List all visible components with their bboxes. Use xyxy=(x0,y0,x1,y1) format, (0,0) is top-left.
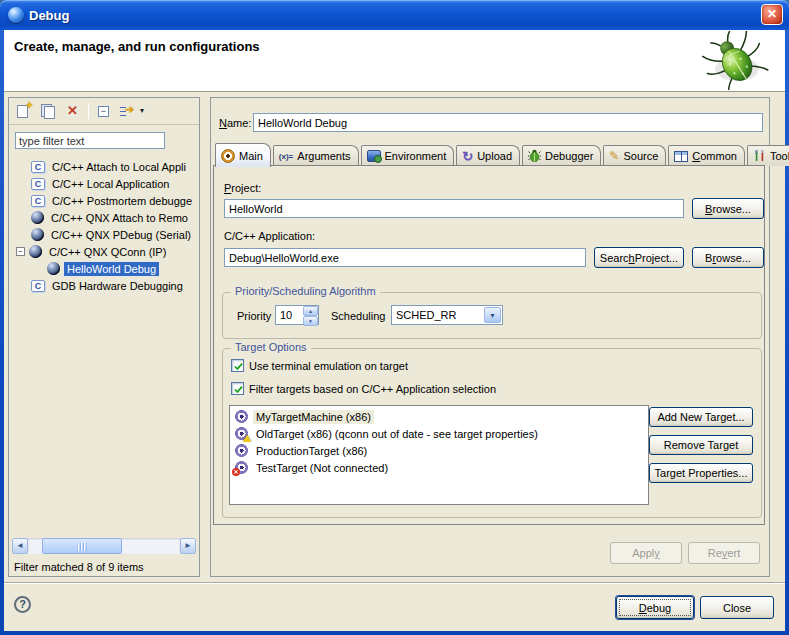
collapse-toggle-icon[interactable]: − xyxy=(16,247,25,256)
tools-tab-icon xyxy=(753,149,766,164)
project-input[interactable] xyxy=(224,199,684,218)
target-properties-button[interactable]: Target Properties... xyxy=(649,463,753,483)
spin-up-icon[interactable]: ▲ xyxy=(303,306,318,316)
tree-item-qnx-pdebug[interactable]: C/C++ QNX PDebug (Serial) xyxy=(11,226,197,243)
filter-targets-option[interactable]: Filter targets based on C/C++ Applicatio… xyxy=(231,382,496,395)
apply-button[interactable]: Apply xyxy=(610,542,682,564)
tree-item-label: C/C++ Attach to Local Appli xyxy=(49,160,189,174)
scrollbar-track[interactable] xyxy=(28,538,180,554)
remove-target-button[interactable]: Remove Target xyxy=(649,435,753,455)
tree-item-label: C/C++ QNX Attach to Remo xyxy=(48,211,191,225)
checkbox-checked-icon[interactable] xyxy=(231,359,244,372)
tree-item-label: C/C++ QNX PDebug (Serial) xyxy=(48,228,194,242)
tab-main[interactable]: Main xyxy=(215,143,271,167)
c-application-icon: C xyxy=(31,161,45,173)
main-tab-content: Project: Browse... C/C++ Application: Se… xyxy=(213,165,765,525)
tab-label: Debugger xyxy=(545,150,593,162)
upload-tab-icon: ↻ xyxy=(462,150,473,163)
tab-upload[interactable]: ↻ Upload xyxy=(456,145,520,166)
scroll-left-button[interactable]: ◄ xyxy=(12,538,28,554)
target-label: ProductionTarget (x86) xyxy=(253,444,370,458)
combo-dropdown-icon[interactable]: ▼ xyxy=(484,307,501,323)
revert-button[interactable]: Revert xyxy=(688,542,760,564)
tree-item-helloworld-debug[interactable]: HelloWorld Debug xyxy=(11,260,197,277)
target-icon xyxy=(235,444,248,457)
tab-common[interactable]: Common xyxy=(668,145,745,166)
debug-dialog-window: Debug ✕ Create, manage, and run configur… xyxy=(0,0,789,635)
tree-item-label: C/C++ QNX QConn (IP) xyxy=(46,245,169,259)
window-icon xyxy=(8,7,24,23)
arguments-tab-icon: (x)= xyxy=(279,152,293,161)
close-button[interactable]: Close xyxy=(700,596,774,619)
tab-source[interactable]: ✎ Source xyxy=(603,145,666,166)
banner-title: Create, manage, and run configurations xyxy=(14,39,260,54)
target-item-productiontarget[interactable]: ProductionTarget (x86) xyxy=(230,442,648,459)
title-bar[interactable]: Debug ✕ xyxy=(0,0,789,30)
tab-arguments[interactable]: (x)= Arguments xyxy=(273,145,359,166)
priority-scheduling-group: Priority/Scheduling Algorithm Priority 1… xyxy=(222,292,762,339)
scheduling-label: Scheduling xyxy=(331,310,385,322)
c-application-icon: C xyxy=(31,195,45,207)
duplicate-configuration-icon[interactable] xyxy=(40,103,57,119)
tab-label: Upload xyxy=(477,150,512,162)
browse-application-button[interactable]: Browse... xyxy=(692,247,764,268)
filter-menu-icon[interactable]: ➔ ▾ xyxy=(120,103,144,119)
configuration-detail-panel: Name: Main (x)= Arguments Environment ↻ xyxy=(210,97,770,577)
new-configuration-icon[interactable]: ✦ xyxy=(16,103,33,119)
debug-button[interactable]: Debug xyxy=(616,596,694,619)
target-label: TestTarget (Not connected) xyxy=(253,461,391,475)
help-button[interactable]: ? xyxy=(14,596,31,613)
target-item-testtarget[interactable]: ✕ TestTarget (Not connected) xyxy=(230,459,648,476)
name-input[interactable] xyxy=(253,113,763,132)
c-application-icon: C xyxy=(31,178,45,190)
filter-status-text: Filter matched 8 of 9 items xyxy=(14,561,144,573)
priority-spinner[interactable]: 10 ▲ ▼ xyxy=(275,305,319,325)
tree-item-attach-local[interactable]: C C/C++ Attach to Local Appli xyxy=(11,158,197,175)
tab-label: Main xyxy=(239,150,263,162)
common-tab-icon xyxy=(674,151,688,162)
application-input[interactable] xyxy=(224,248,586,267)
horizontal-scrollbar[interactable]: ◄ ► xyxy=(12,538,196,554)
spin-down-icon[interactable]: ▼ xyxy=(303,316,318,326)
footer-separator xyxy=(4,582,785,584)
scroll-right-button[interactable]: ► xyxy=(180,538,196,554)
tree-item-qnx-qconn[interactable]: − C/C++ QNX QConn (IP) xyxy=(11,243,197,260)
dropdown-arrow-icon: ▾ xyxy=(140,106,144,115)
group-title: Target Options xyxy=(231,341,311,353)
target-icon xyxy=(235,410,248,423)
c-application-icon: C xyxy=(31,280,45,292)
error-overlay-icon: ✕ xyxy=(232,468,240,476)
tab-environment[interactable]: Environment xyxy=(361,145,455,166)
add-new-target-button[interactable]: Add New Target... xyxy=(649,407,753,427)
priority-value: 10 xyxy=(280,309,292,321)
tab-label: Arguments xyxy=(297,150,350,162)
configurations-tree: C C/C++ Attach to Local Appli C C/C++ Lo… xyxy=(11,158,197,294)
target-item-mytargetmachine[interactable]: MyTargetMachine (x86) xyxy=(230,408,648,425)
tab-label: Tools xyxy=(770,150,789,162)
warning-overlay-icon xyxy=(243,435,251,442)
configurations-toolbar: ✦ ✕ − ➔ ▾ xyxy=(9,98,199,125)
checkbox-checked-icon[interactable] xyxy=(231,382,244,395)
tab-debugger[interactable]: Debugger xyxy=(522,145,601,166)
tree-item-local-application[interactable]: C C/C++ Local Application xyxy=(11,175,197,192)
tab-label: Source xyxy=(623,150,658,162)
debugger-tab-icon xyxy=(528,149,541,164)
close-window-button[interactable]: ✕ xyxy=(761,4,783,25)
scheduling-combo[interactable]: SCHED_RR ▼ xyxy=(391,305,503,325)
environment-tab-icon xyxy=(367,150,381,162)
tree-item-qnx-attach-remote[interactable]: C/C++ QNX Attach to Remo xyxy=(11,209,197,226)
source-tab-icon: ✎ xyxy=(609,150,619,163)
delete-configuration-icon[interactable]: ✕ xyxy=(64,103,81,119)
tab-tools[interactable]: Tools xyxy=(747,145,789,166)
browse-project-button[interactable]: Browse... xyxy=(692,198,764,219)
terminal-emulation-option[interactable]: Use terminal emulation on target xyxy=(231,359,408,372)
qnx-debug-icon xyxy=(31,228,44,241)
tree-item-postmortem[interactable]: C C/C++ Postmortem debugge xyxy=(11,192,197,209)
scrollbar-thumb[interactable] xyxy=(42,538,122,554)
main-tab-icon xyxy=(221,149,235,163)
filter-input[interactable] xyxy=(15,132,165,149)
target-item-oldtarget[interactable]: OldTarget (x86) (qconn out of date - see… xyxy=(230,425,648,442)
tree-item-gdb-hardware[interactable]: C GDB Hardware Debugging xyxy=(11,277,197,294)
collapse-all-icon[interactable]: − xyxy=(96,103,113,119)
search-project-button[interactable]: Search Project... xyxy=(594,247,684,268)
